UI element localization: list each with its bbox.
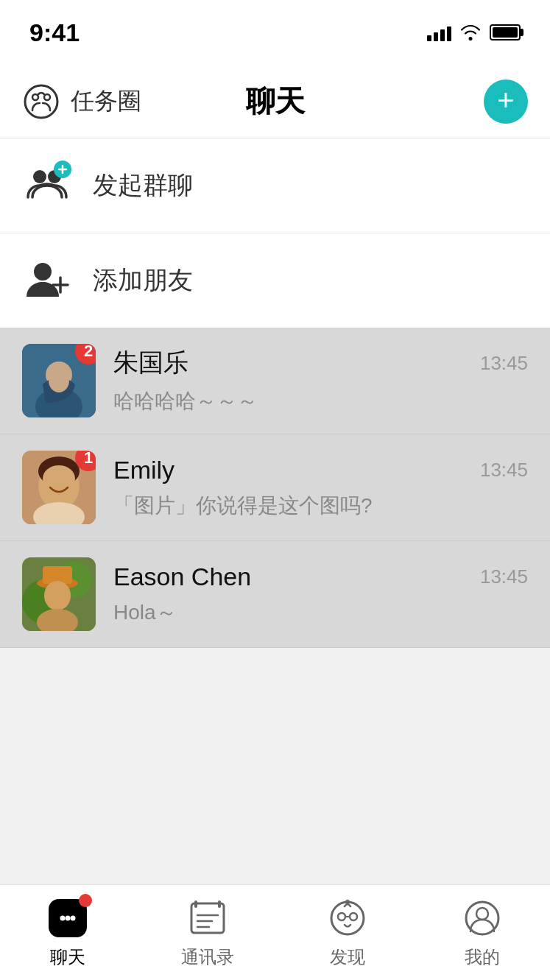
tab-contacts[interactable]: 通讯录 bbox=[181, 897, 234, 969]
group-chat-item[interactable]: 发起群聊 bbox=[0, 138, 550, 233]
signal-icon bbox=[427, 24, 451, 41]
nav-left[interactable]: 任务圈 bbox=[22, 82, 141, 121]
chat-name-zhu-guole: 朱国乐 bbox=[113, 346, 188, 380]
chat-preview-eason-chen: Hola～ bbox=[113, 599, 528, 627]
status-time: 9:41 bbox=[29, 18, 80, 47]
tab-chat-label: 聊天 bbox=[50, 945, 85, 969]
chat-time-emily: 13:45 bbox=[480, 459, 528, 482]
avatar-emily: 1 bbox=[22, 451, 96, 524]
svg-point-38 bbox=[338, 913, 345, 920]
tab-discover[interactable]: 发现 bbox=[326, 897, 369, 969]
svg-point-30 bbox=[70, 915, 75, 920]
status-icons bbox=[427, 24, 521, 41]
svg-point-1 bbox=[32, 94, 38, 100]
tab-me[interactable]: 我的 bbox=[461, 897, 504, 969]
group-chat-icon bbox=[22, 161, 72, 211]
svg-point-41 bbox=[345, 900, 350, 904]
chat-content-eason-chen: Eason Chen 13:45 Hola～ bbox=[113, 563, 528, 627]
chat-content-emily: Emily 13:45 「图片」你说得是这个图吗? bbox=[113, 456, 528, 520]
chat-preview-emily: 「图片」你说得是这个图吗? bbox=[113, 492, 528, 520]
svg-point-2 bbox=[44, 94, 50, 100]
discover-tab-icon bbox=[326, 897, 369, 940]
svg-point-14 bbox=[49, 369, 69, 392]
avatar-eason-chen bbox=[22, 557, 96, 631]
svg-point-39 bbox=[350, 913, 357, 920]
svg-rect-31 bbox=[191, 903, 224, 933]
chat-tab-dot bbox=[79, 894, 92, 907]
chat-item-eason-chen[interactable]: Eason Chen 13:45 Hola～ bbox=[0, 541, 550, 648]
battery-icon bbox=[490, 24, 521, 40]
chat-name-emily: Emily bbox=[113, 456, 174, 484]
group-chat-label: 发起群聊 bbox=[93, 169, 193, 202]
svg-point-28 bbox=[60, 915, 65, 920]
wifi-icon bbox=[460, 24, 481, 40]
actions-section: 发起群聊 添加朋友 bbox=[0, 138, 550, 328]
nav-title: 聊天 bbox=[246, 81, 305, 121]
tab-discover-label: 发现 bbox=[330, 945, 365, 969]
add-friend-item[interactable]: 添加朋友 bbox=[0, 233, 550, 328]
tab-bar: 聊天 通讯录 bbox=[0, 884, 550, 980]
plus-icon: + bbox=[497, 85, 514, 115]
chat-item-emily[interactable]: 1 Emily 13:45 「图片」你说得是这个图吗? bbox=[0, 434, 550, 541]
add-button[interactable]: + bbox=[484, 80, 528, 124]
nav-left-label: 任务圈 bbox=[71, 85, 141, 118]
avatar-zhu-guole: 2 bbox=[22, 344, 96, 417]
svg-point-43 bbox=[476, 908, 488, 920]
nav-header: 任务圈 聊天 + bbox=[0, 65, 550, 138]
status-bar: 9:41 bbox=[0, 0, 550, 65]
tab-chat[interactable]: 聊天 bbox=[46, 897, 89, 969]
chat-preview-zhu-guole: 哈哈哈哈～～～ bbox=[113, 387, 528, 415]
task-circle-icon bbox=[22, 82, 60, 121]
tab-me-label: 我的 bbox=[465, 945, 500, 969]
svg-point-8 bbox=[34, 263, 52, 281]
svg-point-18 bbox=[43, 465, 75, 492]
svg-rect-32 bbox=[194, 900, 197, 908]
chat-item-zhu-guole[interactable]: 2 朱国乐 13:45 哈哈哈哈～～～ bbox=[0, 328, 550, 434]
chat-name-eason-chen: Eason Chen bbox=[113, 563, 251, 591]
svg-rect-33 bbox=[218, 900, 221, 908]
add-friend-label: 添加朋友 bbox=[93, 264, 193, 297]
chat-tab-icon bbox=[46, 897, 89, 940]
svg-point-0 bbox=[25, 85, 57, 118]
add-friend-icon bbox=[22, 255, 72, 306]
me-tab-icon bbox=[461, 897, 504, 940]
svg-point-29 bbox=[65, 915, 70, 920]
chat-list: 2 朱国乐 13:45 哈哈哈哈～～～ bbox=[0, 328, 550, 648]
svg-point-37 bbox=[331, 902, 364, 934]
chat-content-zhu-guole: 朱国乐 13:45 哈哈哈哈～～～ bbox=[113, 346, 528, 415]
chat-time-eason-chen: 13:45 bbox=[480, 565, 528, 588]
contacts-tab-icon bbox=[186, 897, 229, 940]
svg-point-25 bbox=[44, 581, 71, 610]
tab-contacts-label: 通讯录 bbox=[181, 945, 234, 969]
svg-point-3 bbox=[33, 170, 46, 183]
chat-time-zhu-guole: 13:45 bbox=[480, 352, 528, 375]
